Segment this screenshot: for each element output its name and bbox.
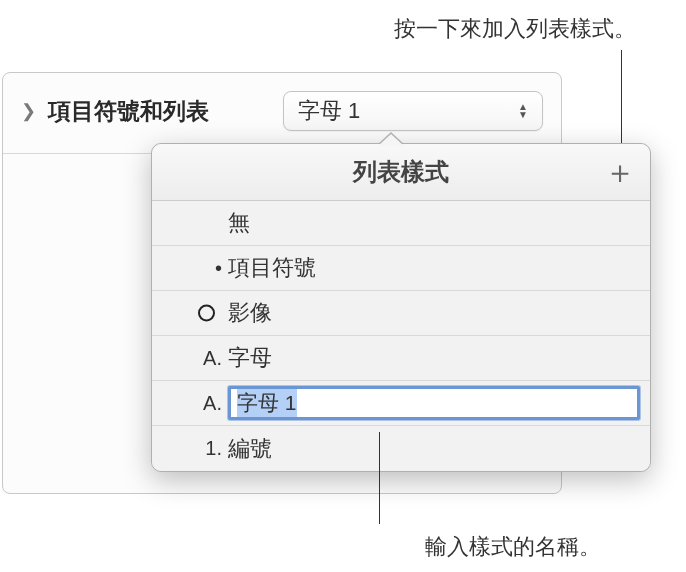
list-style-dropdown[interactable]: 字母 1 ▲▼ — [283, 91, 543, 131]
style-item-bullet[interactable]: • 項目符號 — [152, 246, 650, 291]
dropdown-value: 字母 1 — [298, 96, 360, 126]
callout-enter-name: 輸入樣式的名稱。 — [425, 532, 601, 562]
style-label: 編號 — [228, 434, 272, 464]
popover-header: 列表樣式 ＋ — [152, 144, 650, 201]
style-item-letter1-editing[interactable]: A. — [152, 381, 650, 426]
disclosure-chevron-icon[interactable]: ❯ — [21, 100, 36, 122]
image-bullet-icon — [198, 305, 215, 322]
style-label: 無 — [228, 208, 250, 238]
style-item-numbered[interactable]: 1. 編號 — [152, 426, 650, 471]
letter-icon: A. — [188, 347, 222, 370]
chevron-updown-icon: ▲▼ — [518, 104, 528, 118]
bullet-icon: • — [188, 257, 222, 280]
popover-title: 列表樣式 — [353, 156, 449, 188]
style-label: 項目符號 — [228, 253, 316, 283]
number-icon: 1. — [188, 437, 222, 460]
bullets-lists-row: ❯ 項目符號和列表 字母 1 ▲▼ — [3, 73, 561, 154]
style-name-input[interactable] — [228, 386, 640, 420]
style-item-none[interactable]: 無 — [152, 201, 650, 246]
bullets-lists-label: 項目符號和列表 — [48, 96, 209, 127]
add-style-button[interactable]: ＋ — [604, 156, 636, 188]
style-label: 字母 — [228, 343, 272, 373]
style-item-image[interactable]: 影像 — [152, 291, 650, 336]
callout-add-style: 按一下來加入列表樣式。 — [394, 14, 636, 44]
style-label: 影像 — [228, 298, 272, 328]
callout-line-bottom — [379, 432, 380, 524]
style-item-letter[interactable]: A. 字母 — [152, 336, 650, 381]
letter-icon: A. — [188, 392, 222, 415]
list-style-popover: 列表樣式 ＋ 無 • 項目符號 影像 A. 字母 A. 1. 編號 — [151, 143, 651, 472]
style-list: 無 • 項目符號 影像 A. 字母 A. 1. 編號 — [152, 201, 650, 471]
